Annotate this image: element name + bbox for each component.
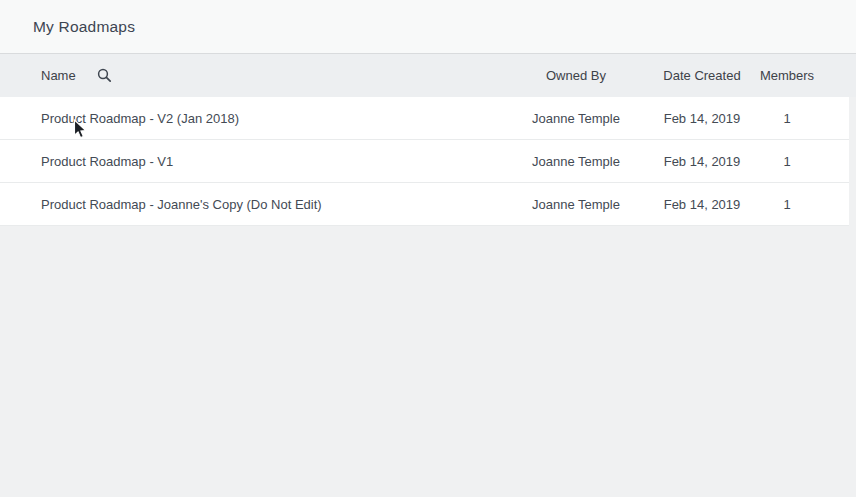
roadmap-owner: Joanne Temple bbox=[496, 197, 656, 212]
search-icon[interactable] bbox=[96, 67, 114, 85]
column-header-name[interactable]: Name bbox=[0, 67, 496, 85]
table-row[interactable]: Product Roadmap - Joanne's Copy (Do Not … bbox=[0, 183, 856, 226]
roadmap-members-count: 1 bbox=[748, 111, 826, 126]
table-row[interactable]: Product Roadmap - V1 Joanne Temple Feb 1… bbox=[0, 140, 856, 183]
column-header-members[interactable]: Members bbox=[748, 68, 826, 83]
roadmap-owner: Joanne Temple bbox=[496, 154, 656, 169]
page-header: My Roadmaps bbox=[0, 0, 856, 54]
roadmap-name: Product Roadmap - V2 (Jan 2018) bbox=[0, 111, 496, 126]
roadmap-date-created: Feb 14, 2019 bbox=[656, 154, 748, 169]
column-header-date-created[interactable]: Date Created bbox=[656, 68, 748, 83]
roadmap-name: Product Roadmap - V1 bbox=[0, 154, 496, 169]
roadmap-members-count: 1 bbox=[748, 197, 826, 212]
table-column-header-row: Name Owned By Date Created Members bbox=[0, 54, 856, 97]
roadmap-members-count: 1 bbox=[748, 154, 826, 169]
column-header-name-label: Name bbox=[41, 68, 76, 83]
roadmap-list: Product Roadmap - V2 (Jan 2018) Joanne T… bbox=[0, 97, 856, 226]
roadmap-date-created: Feb 14, 2019 bbox=[656, 111, 748, 126]
scrollbar-gutter bbox=[849, 97, 856, 226]
roadmap-date-created: Feb 14, 2019 bbox=[656, 197, 748, 212]
roadmap-name: Product Roadmap - Joanne's Copy (Do Not … bbox=[0, 197, 496, 212]
column-header-owned-by[interactable]: Owned By bbox=[496, 68, 656, 83]
roadmap-owner: Joanne Temple bbox=[496, 111, 656, 126]
page-title: My Roadmaps bbox=[33, 18, 135, 36]
table-row[interactable]: Product Roadmap - V2 (Jan 2018) Joanne T… bbox=[0, 97, 856, 140]
